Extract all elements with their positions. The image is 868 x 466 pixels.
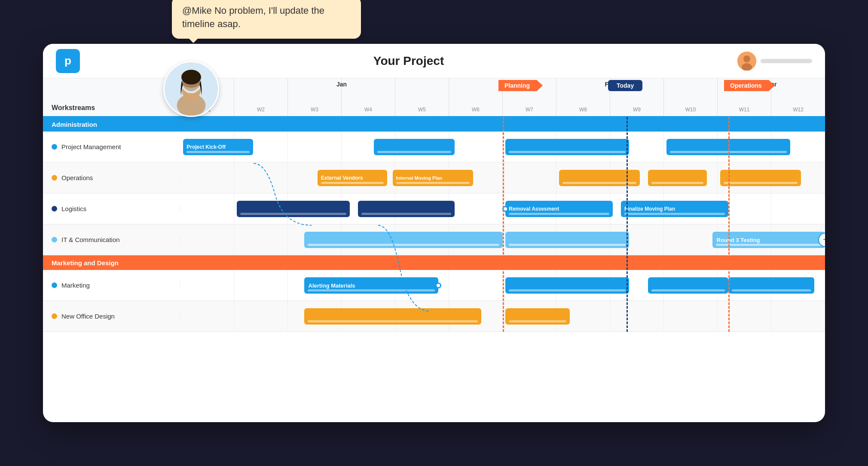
phase-today-banner: Today [608, 80, 642, 91]
connector-dot-marketing [435, 282, 441, 288]
task-new-office-2 [505, 308, 570, 325]
dot-project-management [52, 144, 57, 150]
dot-marketing [52, 282, 57, 288]
screen-wrapper: @Mike No problem, I'll update the timeli… [26, 22, 842, 444]
section-administration-header: Administration [43, 117, 825, 132]
phase-operations-banner: Operations [724, 80, 775, 91]
header: p Your Project [43, 44, 825, 78]
task-ops-4 [648, 170, 707, 186]
svg-point-4 [181, 70, 201, 84]
row-project-management: Project Management Project Kick-Off [43, 132, 825, 162]
task-ops-3 [559, 170, 640, 186]
task-internal-moving-plan: Internal Moving Plan [393, 170, 474, 186]
row-operations: Operations External Vendors Internal Mov… [43, 162, 825, 193]
task-pm-4 [666, 139, 790, 155]
section-marketing-header: Marketing and Design [43, 255, 825, 270]
task-ops-5 [720, 170, 801, 186]
week-w3: W3 [288, 78, 342, 116]
gantt-body: Administration Project Management Projec… [43, 117, 825, 332]
user-avatar-icon [737, 52, 756, 71]
week-w4: W4 [342, 78, 395, 116]
dot-new-office [52, 313, 57, 319]
svg-point-6 [743, 55, 750, 62]
task-logistics-1 [237, 201, 350, 217]
logo-icon: p [56, 49, 80, 73]
task-pm-3 [505, 139, 629, 155]
row-it-communication: IT & Communication Round 3 Testing [43, 224, 825, 255]
main-card: p Your Project Workstreams [43, 44, 825, 422]
user-area [737, 52, 812, 71]
user-avatar [163, 61, 219, 117]
task-alerting-materials: Alerting Materials [304, 277, 439, 294]
task-it-2 [505, 232, 629, 248]
row-marketing: Marketing Alerting Materials [43, 270, 825, 301]
dot-logistics [52, 206, 57, 212]
gantt-area: Workstreams Jan Feb Mar P [43, 78, 825, 422]
row-new-office-design: New Office Design [43, 301, 825, 332]
dot-operations [52, 175, 57, 181]
speech-bubble: @Mike No problem, I'll update the timeli… [172, 0, 361, 39]
task-marketing-2 [505, 277, 629, 294]
task-external-vendors: External Vendors [318, 170, 388, 186]
task-marketing-3 [648, 277, 729, 294]
task-it-1 [304, 232, 503, 248]
task-removal-assesment: Removal Assesment [505, 201, 613, 217]
week-w2: W2 [234, 78, 288, 116]
user-name-bar [761, 59, 812, 63]
week-w6: W6 [449, 78, 503, 116]
workstreams-label: Workstreams [52, 104, 95, 112]
task-logistics-2 [358, 201, 455, 217]
task-finalize-moving-plan: Finalize Moving Plan [621, 201, 728, 217]
speech-bubble-text: @Mike No problem, I'll update the timeli… [182, 5, 324, 29]
dot-it-communication [52, 237, 57, 242]
row-logistics: Logistics Removal Assesment [43, 193, 825, 224]
task-pm-2 [374, 139, 455, 155]
task-round3-testing: Round 3 Testing [712, 232, 825, 248]
task-project-kickoff: Project Kick-Off [183, 139, 253, 155]
task-marketing-4 [728, 277, 814, 294]
phase-planning-banner: Planning [498, 80, 543, 91]
task-new-office-1 [304, 308, 482, 325]
week-w5: W5 [395, 78, 449, 116]
